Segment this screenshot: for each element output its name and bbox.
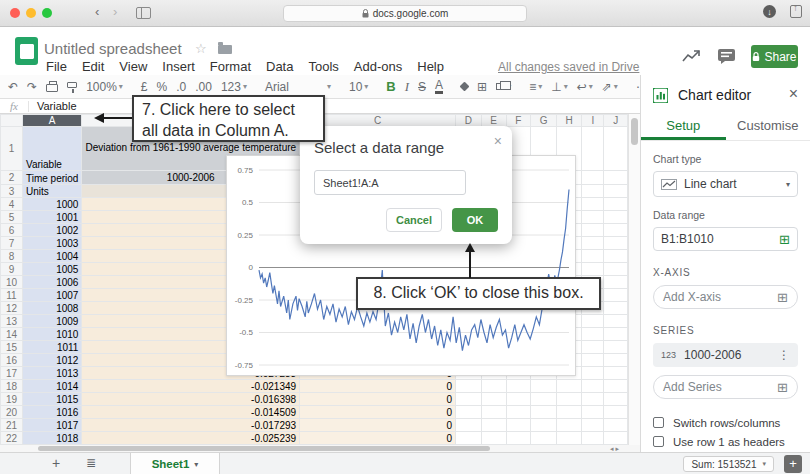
comment-icon[interactable] — [718, 49, 735, 64]
select-range-grid-icon[interactable]: ⊞ — [779, 233, 790, 246]
add-x-axis-field[interactable]: Add X-axis ⊞ — [653, 285, 798, 309]
cell[interactable] — [531, 406, 557, 419]
row-header-16[interactable]: 16 — [1, 354, 23, 367]
cell[interactable] — [456, 406, 481, 419]
cell[interactable] — [556, 393, 581, 406]
row-header-8[interactable]: 8 — [1, 250, 23, 263]
row-header-7[interactable]: 7 — [1, 237, 23, 250]
cell[interactable] — [556, 432, 581, 445]
cell[interactable]: -0.017293 — [82, 419, 300, 432]
cell[interactable] — [506, 393, 531, 406]
cell[interactable]: Variable — [22, 127, 81, 171]
row-header-19[interactable]: 19 — [1, 393, 23, 406]
sidebar-toggle-icon[interactable] — [136, 7, 151, 19]
cell[interactable] — [604, 354, 628, 367]
share-sheet-icon[interactable] — [790, 5, 802, 18]
column-header-d[interactable]: D — [456, 115, 481, 127]
cell[interactable] — [506, 406, 531, 419]
vertical-scrollbar[interactable] — [628, 114, 640, 445]
cell[interactable]: 1007 — [22, 289, 81, 302]
download-icon[interactable]: ↓ — [763, 5, 776, 18]
cell[interactable] — [481, 432, 506, 445]
horizontal-scrollbar[interactable]: ◂▸ — [0, 445, 640, 452]
more-formats-select[interactable]: 123▾ — [221, 80, 247, 94]
row-header-6[interactable]: 6 — [1, 224, 23, 237]
menu-view[interactable]: View — [119, 59, 147, 74]
cell[interactable] — [582, 432, 604, 445]
cell[interactable]: 1008 — [22, 302, 81, 315]
cell[interactable] — [506, 432, 531, 445]
cell[interactable] — [604, 419, 628, 432]
row-header-20[interactable]: 20 — [1, 406, 23, 419]
horizontal-align-select[interactable]: ≡▾ — [529, 80, 542, 94]
cell[interactable] — [604, 328, 628, 341]
fill-color-icon[interactable] — [460, 82, 470, 92]
formula-input[interactable]: Variable — [37, 100, 77, 112]
row-header-21[interactable]: 21 — [1, 419, 23, 432]
cell[interactable] — [604, 289, 628, 302]
cell[interactable] — [456, 419, 481, 432]
address-bar[interactable]: docs.google.com — [283, 5, 527, 22]
cell[interactable] — [582, 198, 604, 211]
cell[interactable]: 1002 — [22, 224, 81, 237]
cell[interactable] — [481, 406, 506, 419]
add-series-field[interactable]: Add Series ⊞ — [653, 375, 798, 399]
row-header-4[interactable]: 4 — [1, 198, 23, 211]
zoom-window-button[interactable] — [42, 8, 52, 18]
column-header-g[interactable]: G — [531, 115, 557, 127]
row-header-2[interactable]: 2 — [1, 171, 23, 185]
select-range-grid-icon[interactable]: ⊞ — [777, 381, 788, 394]
cell[interactable]: -0.021349 — [82, 380, 300, 393]
row-header-17[interactable]: 17 — [1, 367, 23, 380]
close-icon[interactable]: × — [494, 133, 502, 149]
series-chip[interactable]: 123 1000-2006 ⋮ — [653, 343, 798, 367]
chart-type-select[interactable]: Line chart ▾ — [653, 171, 798, 197]
column-header-h[interactable]: H — [556, 115, 581, 127]
sum-indicator[interactable]: Sum: 1513521 ▾ — [683, 456, 774, 472]
menu-tools[interactable]: Tools — [308, 59, 338, 74]
cell[interactable] — [456, 393, 481, 406]
cell[interactable] — [582, 328, 604, 341]
data-range-input[interactable] — [314, 170, 466, 195]
menu-format[interactable]: Format — [210, 59, 251, 74]
sheet-tab-menu-icon[interactable]: ▾ — [194, 460, 198, 469]
cell[interactable] — [582, 171, 604, 185]
format-percent-button[interactable]: % — [157, 80, 168, 94]
cell[interactable] — [604, 237, 628, 250]
option-switch-rows-columns[interactable]: Switch rows/columns — [653, 413, 798, 432]
cell[interactable] — [582, 263, 604, 276]
cancel-button[interactable]: Cancel — [386, 208, 442, 232]
cell[interactable]: 0 — [300, 393, 456, 406]
cell[interactable] — [481, 419, 506, 432]
font-select[interactable]: Arial▾ — [265, 80, 331, 94]
cell[interactable]: 0 — [300, 380, 456, 393]
cell[interactable]: -0.025239 — [82, 432, 300, 445]
cell[interactable] — [582, 380, 604, 393]
select-all-corner[interactable] — [1, 115, 23, 127]
cell[interactable]: 1017 — [22, 419, 81, 432]
cell[interactable] — [604, 263, 628, 276]
increase-decimals-button[interactable]: .00 — [195, 80, 212, 94]
cell[interactable]: -0.016398 — [82, 393, 300, 406]
cell[interactable] — [531, 419, 557, 432]
redo-icon[interactable]: ↷ — [27, 80, 37, 94]
explore-button[interactable]: + — [784, 455, 802, 473]
star-icon[interactable]: ☆ — [195, 41, 207, 56]
cell[interactable] — [604, 367, 628, 380]
undo-icon[interactable]: ↶ — [8, 80, 18, 94]
checkbox-icon[interactable] — [653, 417, 664, 428]
minimize-window-button[interactable] — [26, 8, 36, 18]
cell[interactable] — [604, 185, 628, 198]
cell[interactable]: 1000 — [22, 198, 81, 211]
row-header-9[interactable]: 9 — [1, 263, 23, 276]
doc-title[interactable]: Untitled spreadsheet — [44, 40, 182, 57]
cell[interactable] — [604, 211, 628, 224]
row-header-5[interactable]: 5 — [1, 211, 23, 224]
cell[interactable]: 0 — [300, 406, 456, 419]
row-header-12[interactable]: 12 — [1, 302, 23, 315]
cell[interactable]: Units — [22, 185, 81, 198]
cell[interactable] — [604, 406, 628, 419]
cell[interactable]: 1013 — [22, 367, 81, 380]
close-panel-icon[interactable]: × — [789, 85, 798, 103]
cell[interactable] — [604, 127, 628, 171]
